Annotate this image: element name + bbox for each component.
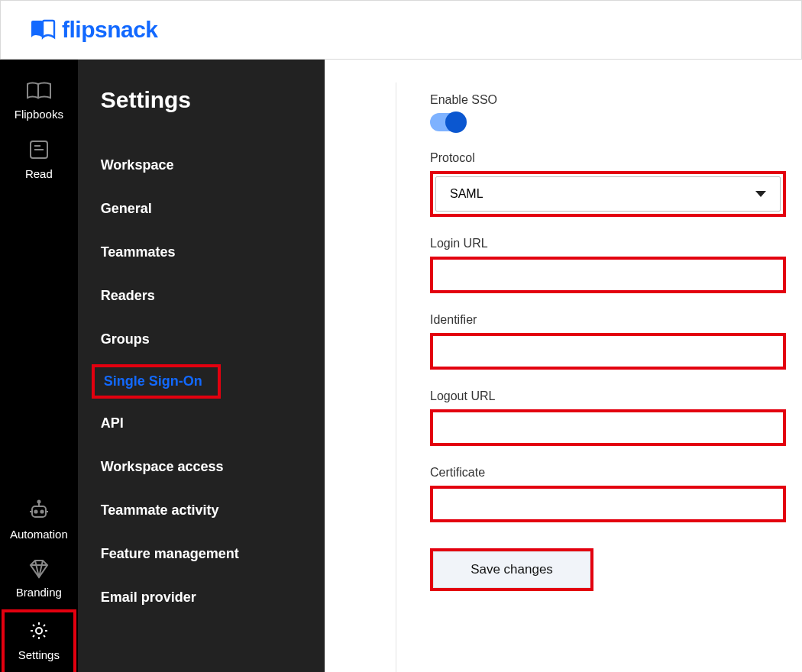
certificate-label: Certificate xyxy=(430,466,787,480)
identifier-input[interactable] xyxy=(436,339,780,363)
svg-point-7 xyxy=(37,501,40,503)
login-url-field-wrap xyxy=(430,257,786,293)
top-bar: flipsnack xyxy=(0,0,802,60)
flipsnack-icon xyxy=(30,19,56,40)
rail-label: Flipbooks xyxy=(15,108,63,121)
login-url-input[interactable] xyxy=(436,263,780,287)
rail-item-settings[interactable]: Settings xyxy=(5,612,73,672)
certificate-input[interactable] xyxy=(436,492,780,516)
protocol-label: Protocol xyxy=(430,151,787,165)
protocol-select[interactable]: SAML xyxy=(435,176,781,212)
sub-item-workspace-access[interactable]: Workspace access xyxy=(78,448,325,486)
read-icon xyxy=(28,139,50,163)
sub-item-email-provider[interactable]: Email provider xyxy=(78,579,325,616)
sub-item-feature-management[interactable]: Feature management xyxy=(78,535,325,573)
certificate-field-wrap xyxy=(430,486,786,522)
rail-label: Automation xyxy=(10,528,68,541)
sub-item-teammates[interactable]: Teammates xyxy=(78,234,325,271)
login-url-label: Login URL xyxy=(430,237,787,250)
sub-item-teammate-activity[interactable]: Teammate activity xyxy=(78,492,325,529)
sub-item-readers[interactable]: Readers xyxy=(78,277,325,315)
svg-point-4 xyxy=(34,510,37,512)
svg-point-5 xyxy=(40,510,43,512)
rail-item-branding[interactable]: Branding xyxy=(0,551,78,609)
enable-sso-toggle[interactable] xyxy=(430,113,465,131)
rail-item-flipbooks[interactable]: Flipbooks xyxy=(0,73,78,131)
sub-item-groups[interactable]: Groups xyxy=(78,321,325,358)
robot-icon xyxy=(27,499,50,523)
rail-item-read[interactable]: Read xyxy=(0,131,78,191)
brand-logo[interactable]: flipsnack xyxy=(30,17,158,43)
sub-item-single-sign-on[interactable]: Single Sign-On xyxy=(92,364,221,399)
brand-name: flipsnack xyxy=(62,17,158,43)
toggle-knob xyxy=(445,111,467,133)
logout-url-input[interactable] xyxy=(436,415,780,440)
chevron-down-icon xyxy=(755,191,766,197)
svg-point-10 xyxy=(36,628,42,634)
identifier-field-wrap xyxy=(430,333,786,370)
rail-label: Read xyxy=(25,167,53,180)
identifier-label: Identifier xyxy=(430,313,787,327)
logout-url-field-wrap xyxy=(430,409,786,446)
book-open-icon xyxy=(26,81,52,103)
gear-icon xyxy=(28,620,50,644)
diamond-icon xyxy=(27,559,50,581)
logout-url-label: Logout URL xyxy=(430,389,787,403)
sub-item-general[interactable]: General xyxy=(78,190,325,228)
primary-nav-rail: Flipbooks Read xyxy=(0,60,78,672)
settings-submenu: Settings Workspace General Teammates Rea… xyxy=(78,60,325,672)
settings-heading: Settings xyxy=(78,87,325,147)
rail-label: Branding xyxy=(16,586,62,599)
sub-item-workspace[interactable]: Workspace xyxy=(78,147,325,184)
enable-sso-label: Enable SSO xyxy=(430,93,787,107)
sub-item-api[interactable]: API xyxy=(78,405,325,442)
sso-form-panel: Enable SSO Protocol SAML Login URL Ident… xyxy=(325,60,802,672)
rail-label: Settings xyxy=(18,648,60,661)
save-changes-button[interactable]: Save changes xyxy=(433,551,590,588)
rail-item-automation[interactable]: Automation xyxy=(0,492,78,551)
protocol-value: SAML xyxy=(450,187,483,201)
